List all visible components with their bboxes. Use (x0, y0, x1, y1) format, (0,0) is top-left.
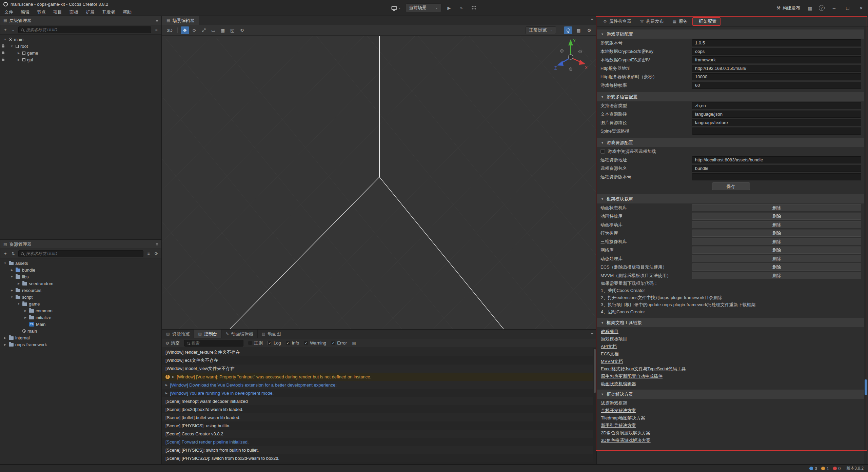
doc-link[interactable]: 动画状态机编辑器 (601, 380, 636, 387)
asset-row[interactable]: ▼ assets (0, 260, 161, 267)
inspector-tab[interactable]: 框架配置 (692, 17, 721, 26)
build-publish-button[interactable]: ⚒ 构建发布 (772, 0, 804, 16)
property-input[interactable]: http://192.168.0.150/main/ (692, 65, 861, 72)
scene-tool-button[interactable]: ◱ (228, 26, 237, 34)
property-input[interactable]: language/json (692, 111, 861, 118)
preview-device-button[interactable]: ⌄ (390, 3, 402, 12)
lock-icon[interactable] (2, 45, 4, 47)
asset-row[interactable]: ▶ internal (0, 334, 161, 341)
doc-link[interactable]: 游戏模板项目 (601, 336, 627, 342)
property-input[interactable] (692, 127, 861, 135)
save-button[interactable]: 保存 (712, 182, 750, 190)
solution-link[interactable]: 战旗游戏框架 (601, 400, 627, 406)
expand-arrow-icon[interactable]: ▼ (10, 275, 14, 278)
log-row[interactable]: ▶ [Window] Download the Vue Devtools ext… (162, 381, 596, 389)
doc-link[interactable]: ECS文档 (601, 351, 619, 357)
property-input[interactable]: http://localhost:8083/assets/bundle (692, 156, 861, 163)
doc-link[interactable]: Excel格式转Json文件与TypeScript代码工具 (601, 366, 686, 372)
log-row[interactable]: [Scene] Cocos Creator v3.8.2 (162, 430, 596, 438)
solution-link[interactable]: 全栈开发解决方案 (601, 407, 636, 414)
menu-item[interactable]: 帮助 (119, 8, 135, 16)
expand-arrow-icon[interactable]: ▼ (17, 302, 21, 306)
assets-search[interactable] (18, 250, 143, 257)
log-row[interactable]: ! ▶ [Window] [Vue warn]: Property "onInp… (162, 373, 596, 381)
scene-tool-button[interactable]: ⤢ (200, 26, 208, 34)
lock-icon[interactable] (2, 59, 4, 61)
log-row[interactable]: ▶ [Window] You are running Vue in develo… (162, 389, 596, 397)
expand-arrow-icon[interactable]: ▶ (17, 52, 21, 55)
menu-item[interactable]: 开发者 (98, 8, 119, 16)
property-input[interactable]: 10000 (692, 73, 861, 80)
console-search-input[interactable] (192, 341, 241, 346)
log-filter-checkbox[interactable]: ✓ Error (331, 340, 347, 346)
refresh-icon[interactable]: ⟳ (154, 251, 159, 256)
add-node-button[interactable]: + (3, 27, 8, 32)
asset-row[interactable]: ▶ oops-framework (0, 341, 161, 348)
log-row[interactable]: [Scene] Forward render pipeline initiali… (162, 438, 596, 446)
menu-item[interactable]: 项目 (50, 8, 66, 16)
asset-row[interactable]: ▶ initialize (0, 314, 161, 321)
log-row[interactable]: [Scene] [PHYSICS2D]: switch from box2d-w… (162, 454, 596, 462)
log-row[interactable]: [Scene] [bullet]:bullet wasm lib loaded. (162, 413, 596, 421)
remote-load-checkbox[interactable]: ✓ (600, 149, 605, 154)
console-tab[interactable]: ▤ 资源预览 (162, 330, 194, 338)
scene-select[interactable]: 当前场景 ⌄ (406, 3, 441, 12)
lighting-toggle[interactable] (564, 26, 572, 34)
asset-row[interactable]: Main (0, 321, 161, 328)
property-input[interactable]: 60 (692, 82, 861, 89)
doc-link[interactable]: 教程项目 (601, 328, 618, 335)
property-input[interactable] (692, 173, 861, 180)
log-row[interactable]: [Window] ecs文件夹不存在 (162, 356, 596, 365)
log-row[interactable]: [Scene] [PHYSICS]: using builtin. (162, 421, 596, 430)
expand-chevron-icon[interactable]: ▶ (172, 375, 174, 378)
inspector-scrollbar[interactable] (864, 27, 867, 464)
scrollbar-thumb[interactable] (594, 349, 596, 393)
panel-layout-button[interactable]: ▦ (804, 0, 816, 16)
console-scrollbar[interactable] (593, 348, 596, 464)
solution-link[interactable]: 2D角色扮演游戏解决方案 (601, 430, 651, 436)
hierarchy-search[interactable] (18, 26, 151, 33)
console-search[interactable] (184, 340, 243, 347)
view-gizmo[interactable]: X Y Z (550, 37, 591, 77)
view-mode-select[interactable]: 正常浏览 ⌄ (526, 26, 556, 34)
filter-icon[interactable]: ≡ (154, 27, 159, 32)
inspector-tab[interactable]: ▦ 服务 (669, 17, 692, 26)
property-input[interactable]: zh,en (692, 102, 861, 109)
expand-arrow-icon[interactable]: ▶ (3, 343, 7, 346)
log-filter-checkbox[interactable]: ✓ 正则 (248, 340, 263, 346)
maximize-button[interactable]: □ (841, 0, 854, 16)
inspector-tab[interactable]: ⚙ 属性检查器 (599, 17, 635, 26)
panel-menu-icon[interactable]: ≡ (591, 16, 593, 21)
expand-arrow-icon[interactable]: ▼ (3, 38, 7, 41)
delete-module-button[interactable]: 删除 (692, 238, 861, 245)
log-filter-checkbox[interactable]: ✓ Warning (304, 340, 326, 346)
delete-module-button[interactable]: 删除 (692, 263, 861, 271)
log-row[interactable]: [Window] model_view文件夹不存在 (162, 365, 596, 373)
asset-row[interactable]: ▼ game (0, 300, 161, 307)
doc-link[interactable]: MVVM文档 (601, 358, 623, 365)
section-solutions[interactable]: ▼ 框架解决方案 (597, 390, 865, 399)
view-grid-button[interactable]: ▦ (574, 26, 583, 34)
expand-arrow-icon[interactable]: ▼ (10, 45, 14, 48)
add-asset-button[interactable]: + (3, 251, 8, 256)
asset-row[interactable]: ▶ bundle (0, 267, 161, 273)
expand-chevron-icon[interactable]: ▶ (165, 392, 167, 395)
solution-link[interactable]: Tiledmap地图解决方案 (601, 415, 645, 421)
expand-arrow-icon[interactable]: ▶ (3, 336, 7, 339)
filter-icon[interactable]: ≡ (146, 251, 151, 256)
delete-module-button[interactable]: 删除 (692, 230, 861, 237)
delete-module-button[interactable]: 删除 (692, 255, 861, 262)
asset-row[interactable]: ▶ seedrandom (0, 280, 161, 287)
section-resources[interactable]: ▼ 游戏资源配置 (597, 138, 865, 147)
menu-item[interactable]: 节点 (33, 8, 50, 16)
message-counter[interactable]: 1 (821, 466, 829, 471)
scene-settings-button[interactable]: ⚙ (585, 26, 593, 34)
message-counter[interactable]: 3 (809, 466, 817, 471)
menu-item[interactable]: 编辑 (17, 8, 33, 16)
delete-module-button[interactable]: 删除 (692, 247, 861, 254)
solution-link[interactable]: 新手引导解决方案 (601, 422, 636, 429)
play-button[interactable]: ▶ (445, 3, 454, 12)
expand-arrow-icon[interactable]: ▼ (10, 296, 14, 299)
expand-arrow-icon[interactable]: ▶ (10, 289, 14, 292)
expand-chevron-icon[interactable]: ▶ (165, 383, 167, 387)
